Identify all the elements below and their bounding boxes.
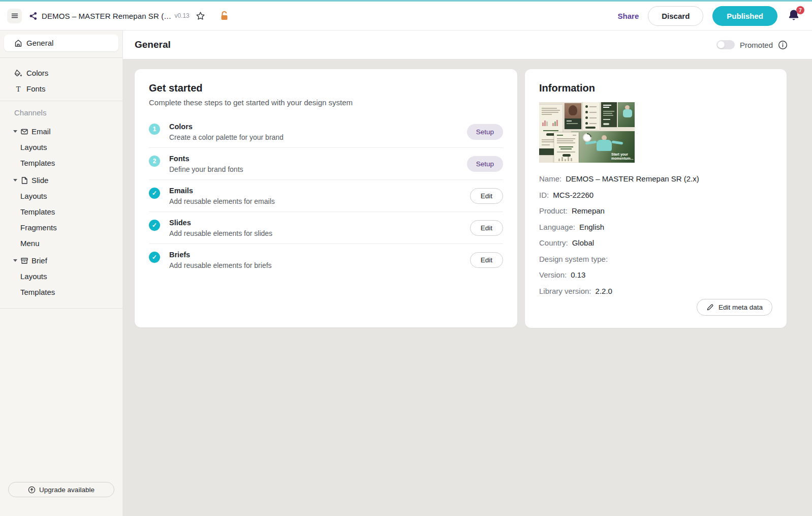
sidebar-item-colors[interactable]: Colors [0,65,122,81]
promoted-label: Promoted [740,41,773,49]
step-indicator: ✓ [149,220,160,231]
toggle-knob [717,41,725,48]
chevron-down-icon[interactable] [13,130,17,133]
content-area: Get started Complete these steps to get … [123,59,812,516]
field-label: Country: [539,235,568,251]
edit-meta-data-button[interactable]: Edit meta data [697,299,772,316]
field-value: 2.2.0 [596,283,612,299]
slide-children: LayoutsTemplatesFragmentsMenu [0,188,122,251]
get-started-steps: 1 Colors Create a color palette for your… [149,116,503,276]
sidebar-brief-templates[interactable]: Templates [0,284,122,300]
step-description: Add reusable elements for briefs [169,261,470,269]
step-text: Fonts Define your brand fonts [169,155,467,173]
step-title: Emails [169,187,470,195]
page-icon [20,176,28,185]
page-header: General Promoted [123,31,812,59]
step-description: Add reusable elements for slides [169,229,470,237]
sidebar-brief-layouts[interactable]: Layouts [0,268,122,284]
sidebar-email-templates[interactable]: Templates [0,155,122,171]
step-description: Add reusable elements for emails [169,197,470,205]
information-title: Information [539,82,772,94]
thumbnail-caption: Start your momentum... [611,153,633,161]
get-started-title: Get started [149,82,503,94]
information-field-row: Name: DEMOS – MASTER Remepan SR (2.x) [539,171,772,187]
sidebar-item-general[interactable]: General [4,35,118,51]
step-briefs-edit-button[interactable]: Edit [470,252,503,268]
info-icon[interactable] [778,40,788,50]
favorite-star-button[interactable] [196,11,205,21]
information-field-row: Library version: 2.2.0 [539,283,772,299]
promoted-toggle[interactable] [716,40,735,49]
sidebar-slide-menu[interactable]: Menu [0,235,122,251]
get-started-step-row: ✓ Briefs Add reusable elements for brief… [149,244,503,276]
promoted-control: Promoted [716,40,788,50]
document-version: v0.13 [174,12,189,19]
hamburger-icon [11,12,19,20]
field-label: Design system type: [539,251,608,267]
sidebar-channel-slide[interactable]: Slide [0,172,122,188]
field-value: DEMOS – MASTER Remepan SR (2.x) [566,171,699,187]
field-label: Library version: [539,283,591,299]
field-value: 0.13 [571,267,585,283]
design-system-thumbnail: Start your momentum... [539,102,635,163]
pencil-icon [706,303,714,311]
published-button[interactable]: Published [712,6,777,26]
hamburger-menu-button[interactable] [7,9,22,23]
step-title: Slides [169,219,470,227]
thumbnail-art [601,102,617,127]
sidebar-slide-fragments[interactable]: Fragments [0,220,122,235]
thumbnail-art [583,102,600,130]
step-indicator: 1 [149,124,160,135]
thumbnail-art [618,102,635,127]
upgrade-label: Upgrade available [39,486,95,494]
sidebar-slide-layouts[interactable]: Layouts [0,188,122,204]
share-button[interactable]: Share [618,12,639,20]
chevron-down-icon[interactable] [13,179,17,181]
information-field-row: Product: Remepan [539,203,772,219]
sidebar-item-fonts[interactable]: T Fonts [0,81,122,97]
sidebar-channel-email[interactable]: Email [0,124,122,139]
step-fonts-setup-button[interactable]: Setup [467,156,503,172]
step-slides-edit-button[interactable]: Edit [470,220,503,236]
field-value: Global [572,235,594,251]
thumbnail-art: Start your momentum... [571,131,635,163]
notifications-button[interactable]: 7 [787,8,802,23]
step-title: Fonts [169,155,467,163]
home-icon [14,39,22,47]
field-value: English [579,219,604,235]
channel-label: Brief [32,256,47,265]
step-text: Slides Add reusable elements for slides [169,219,470,237]
unlocked-padlock-icon[interactable] [220,11,229,21]
sidebar-divider [0,308,122,309]
field-label: ID: [539,187,549,203]
information-field-row: Version: 0.13 [539,267,772,283]
thumbnail-art [554,132,579,163]
field-label: Product: [539,203,568,219]
information-field-row: ID: MCS-22260 [539,187,772,203]
sidebar-email-layouts[interactable]: Layouts [0,139,122,155]
step-indicator: ✓ [149,252,160,263]
sidebar-slide-templates[interactable]: Templates [0,204,122,220]
field-label: Name: [539,171,561,187]
get-started-card: Get started Complete these steps to get … [135,69,517,327]
step-text: Colors Create a color palette for your b… [169,123,467,141]
sidebar-item-label: General [26,39,53,47]
field-label: Version: [539,267,567,283]
sidebar: General Colors T Fonts Channels [0,31,123,516]
sidebar-channel-brief[interactable]: Brief [0,253,122,268]
step-colors-setup-button[interactable]: Setup [467,124,503,140]
thumbnail-art [565,103,581,129]
step-emails-edit-button[interactable]: Edit [470,188,503,204]
email-children: LayoutsTemplates [0,139,122,171]
chevron-down-icon[interactable] [13,259,17,262]
edit-meta-label: Edit meta data [719,303,763,311]
sidebar-item-label: Fonts [26,84,46,93]
archive-box-icon [20,257,28,265]
topbar: DEMOS – MASTER Remepan SR (… v0.13 Share… [0,2,812,31]
app-window: DEMOS – MASTER Remepan SR (… v0.13 Share… [0,0,812,516]
information-fields: Name: DEMOS – MASTER Remepan SR (2.x) ID… [539,171,772,299]
information-field-row: Design system type: [539,251,772,267]
share-network-icon [29,12,38,20]
discard-button[interactable]: Discard [648,6,703,26]
upgrade-available-button[interactable]: Upgrade available [8,482,114,497]
